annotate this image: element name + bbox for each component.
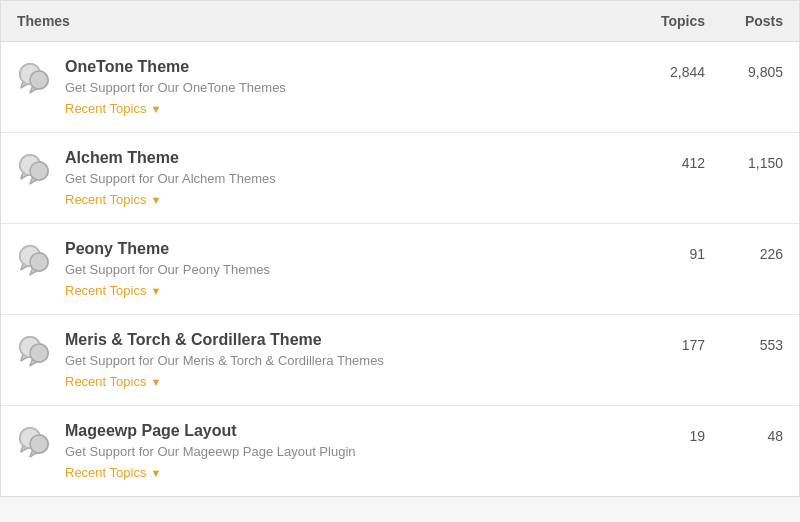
forum-recent: Recent Topics ▼	[65, 283, 633, 298]
forum-title[interactable]: Alchem Theme	[65, 149, 633, 167]
table-row: OneTone Theme Get Support for Our OneTon…	[1, 42, 799, 133]
forum-stats: 91 226	[633, 240, 783, 262]
header-topics: Topics	[633, 13, 713, 29]
forum-stats: 177 553	[633, 331, 783, 353]
forum-icon	[17, 242, 53, 278]
stat-posts: 553	[713, 337, 783, 353]
recent-topics-link[interactable]: Recent Topics	[65, 283, 146, 298]
stat-topics: 412	[633, 155, 713, 171]
forum-description: Get Support for Our Meris & Torch & Cord…	[65, 353, 633, 368]
forum-recent: Recent Topics ▼	[65, 101, 633, 116]
forum-stats: 412 1,150	[633, 149, 783, 171]
stat-posts: 9,805	[713, 64, 783, 80]
forum-info: OneTone Theme Get Support for Our OneTon…	[65, 58, 633, 116]
svg-point-3	[30, 71, 48, 89]
forum-title[interactable]: Mageewp Page Layout	[65, 422, 633, 440]
forum-info: Peony Theme Get Support for Our Peony Th…	[65, 240, 633, 298]
header-title: Themes	[17, 13, 633, 29]
chevron-down-icon: ▼	[150, 103, 161, 115]
svg-point-15	[30, 344, 48, 362]
table-row: Alchem Theme Get Support for Our Alchem …	[1, 133, 799, 224]
table-row: Peony Theme Get Support for Our Peony Th…	[1, 224, 799, 315]
forum-description: Get Support for Our Alchem Themes	[65, 171, 633, 186]
chevron-down-icon: ▼	[150, 285, 161, 297]
chevron-down-icon: ▼	[150, 376, 161, 388]
forum-title[interactable]: OneTone Theme	[65, 58, 633, 76]
forum-icon	[17, 151, 53, 187]
forum-icon	[17, 60, 53, 96]
table-row: Mageewp Page Layout Get Support for Our …	[1, 406, 799, 496]
stat-topics: 2,844	[633, 64, 713, 80]
forum-recent: Recent Topics ▼	[65, 465, 633, 480]
forum-stats: 19 48	[633, 422, 783, 444]
forum-list: OneTone Theme Get Support for Our OneTon…	[1, 42, 799, 496]
recent-topics-link[interactable]: Recent Topics	[65, 101, 146, 116]
forum-info: Alchem Theme Get Support for Our Alchem …	[65, 149, 633, 207]
stat-topics: 177	[633, 337, 713, 353]
forums-table: Themes Topics Posts OneTone Theme Get Su…	[0, 0, 800, 497]
forum-title[interactable]: Peony Theme	[65, 240, 633, 258]
forum-icon	[17, 424, 53, 460]
recent-topics-link[interactable]: Recent Topics	[65, 192, 146, 207]
forum-description: Get Support for Our Mageewp Page Layout …	[65, 444, 633, 459]
recent-topics-link[interactable]: Recent Topics	[65, 374, 146, 389]
header-posts: Posts	[713, 13, 783, 29]
table-row: Meris & Torch & Cordillera Theme Get Sup…	[1, 315, 799, 406]
recent-topics-link[interactable]: Recent Topics	[65, 465, 146, 480]
table-header: Themes Topics Posts	[1, 1, 799, 42]
svg-point-11	[30, 253, 48, 271]
forum-info: Meris & Torch & Cordillera Theme Get Sup…	[65, 331, 633, 389]
stat-topics: 19	[633, 428, 713, 444]
forum-stats: 2,844 9,805	[633, 58, 783, 80]
stat-posts: 48	[713, 428, 783, 444]
forum-icon	[17, 333, 53, 369]
svg-point-19	[30, 435, 48, 453]
forum-info: Mageewp Page Layout Get Support for Our …	[65, 422, 633, 480]
forum-title[interactable]: Meris & Torch & Cordillera Theme	[65, 331, 633, 349]
stat-posts: 1,150	[713, 155, 783, 171]
forum-description: Get Support for Our OneTone Themes	[65, 80, 633, 95]
forum-recent: Recent Topics ▼	[65, 192, 633, 207]
chevron-down-icon: ▼	[150, 194, 161, 206]
chevron-down-icon: ▼	[150, 467, 161, 479]
forum-recent: Recent Topics ▼	[65, 374, 633, 389]
forum-description: Get Support for Our Peony Themes	[65, 262, 633, 277]
stat-posts: 226	[713, 246, 783, 262]
svg-point-7	[30, 162, 48, 180]
stat-topics: 91	[633, 246, 713, 262]
